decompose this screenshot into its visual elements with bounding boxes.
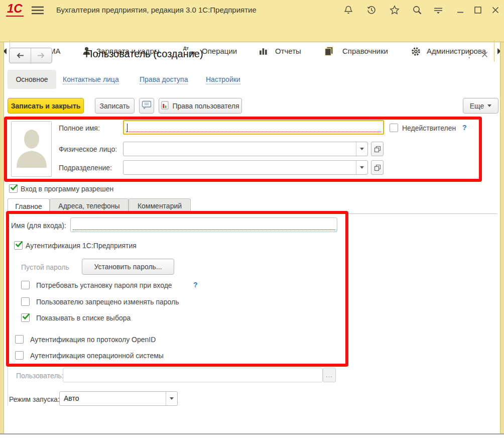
- more-label: Еще: [470, 102, 484, 110]
- empty-password-label: Пустой пароль: [21, 263, 69, 271]
- settings-menu-icon[interactable]: [433, 5, 444, 16]
- tab-pane-border-left: [8, 213, 8, 406]
- set-password-button[interactable]: Установить пароль...: [82, 259, 174, 275]
- openid-auth-label[interactable]: Аутентификация по протоколу OpenID: [30, 336, 156, 344]
- sections-panel: ОС и НМА Зарплата и кадры Дт Кт Операции…: [0, 20, 504, 42]
- auth-1c-checkbox[interactable]: [14, 241, 23, 250]
- os-auth-checkbox[interactable]: [15, 351, 24, 360]
- tab-settings[interactable]: Настройки: [206, 75, 240, 84]
- user-rights-button[interactable]: Права пользователя: [159, 98, 242, 114]
- run-mode-label: Режим запуска:: [9, 395, 60, 403]
- tab-addresses[interactable]: Адреса, телефоны: [50, 198, 129, 213]
- chevron-down-icon: [487, 104, 491, 107]
- tab-access-rights[interactable]: Права доступа: [140, 75, 188, 84]
- require-password-help-link[interactable]: ?: [193, 281, 198, 289]
- catalogs-icon: [324, 46, 334, 58]
- user-rights-label: Права пользователя: [172, 102, 239, 110]
- show-in-list-checkbox[interactable]: [21, 313, 30, 322]
- page-title: Пользователь (создание): [85, 48, 203, 60]
- save-button[interactable]: Записать: [95, 98, 135, 114]
- main-menu-icon[interactable]: [31, 6, 44, 17]
- close-icon[interactable]: [490, 5, 501, 16]
- login-name-label: Имя (для входа):: [11, 222, 66, 230]
- tab-main-label: Основное: [16, 75, 48, 83]
- 1c-logo: 1С: [6, 2, 24, 17]
- form-close-icon[interactable]: [481, 51, 488, 60]
- login-allowed-checkbox[interactable]: [9, 184, 18, 193]
- app-title: Бухгалтерия предприятия, редакция 3.0 1С…: [56, 6, 257, 14]
- os-user-label: Пользователь:: [16, 372, 64, 380]
- invalid-label[interactable]: Недействителен: [402, 124, 456, 132]
- tab-addresses-label: Адреса, телефоны: [58, 202, 119, 210]
- minimize-icon[interactable]: [455, 5, 466, 16]
- invalid-help-link[interactable]: ?: [462, 124, 467, 132]
- os-user-select-button[interactable]: ...: [323, 368, 336, 382]
- department-label: Подразделение:: [59, 164, 112, 172]
- comment-button[interactable]: [139, 98, 154, 114]
- bar-chart-icon: [259, 46, 268, 58]
- open-icon: [374, 164, 381, 171]
- avatar[interactable]: [11, 121, 52, 177]
- tab-glavnoe-label: Главное: [15, 202, 42, 210]
- window-left-edge: [0, 42, 4, 434]
- auth-1c-label[interactable]: Аутентификация 1С:Предприятия: [26, 242, 137, 250]
- full-name-label: Полное имя:: [59, 124, 100, 132]
- openid-auth-checkbox[interactable]: [15, 335, 24, 344]
- run-mode-value: Авто: [64, 394, 79, 402]
- history-nav-group: [9, 48, 52, 63]
- favorites-icon[interactable]: [389, 5, 400, 16]
- show-in-list-label[interactable]: Показывать в списке выбора: [36, 314, 131, 322]
- login-allowed-label[interactable]: Вход в программу разрешен: [21, 185, 113, 193]
- gear-icon: [411, 46, 421, 59]
- back-button[interactable]: [10, 48, 31, 63]
- tab-glavnoe[interactable]: Главное: [8, 198, 50, 214]
- comment-icon: [142, 100, 152, 111]
- department-open-button[interactable]: [371, 160, 384, 175]
- section-reports[interactable]: Отчеты: [275, 47, 301, 55]
- person-label: Физическое лицо:: [59, 145, 117, 153]
- login-name-input[interactable]: [70, 217, 337, 232]
- tab-comment[interactable]: Комментарий: [129, 198, 191, 213]
- forbid-password-change-label[interactable]: Пользователю запрещено изменять пароль: [36, 298, 179, 306]
- history-icon[interactable]: [366, 5, 377, 16]
- forbid-password-change-checkbox[interactable]: [21, 297, 30, 306]
- open-icon: [374, 146, 381, 153]
- os-auth-label[interactable]: Аутентификация операционной системы: [30, 352, 164, 360]
- forward-button[interactable]: [31, 48, 52, 63]
- department-dropdown-icon[interactable]: [356, 161, 367, 174]
- os-user-input[interactable]: [63, 368, 323, 382]
- form-kebab-menu-icon[interactable]: ⋮: [465, 49, 473, 60]
- window-right-edge: [500, 42, 504, 434]
- require-password-checkbox[interactable]: [21, 281, 30, 289]
- avatar-silhouette: [16, 129, 48, 169]
- person-open-button[interactable]: [371, 142, 384, 156]
- tab-comment-label: Комментарий: [138, 202, 182, 210]
- search-icon[interactable]: [412, 5, 423, 16]
- person-dropdown-icon[interactable]: [356, 142, 367, 156]
- save-and-close-button[interactable]: Записать и закрыть: [8, 98, 84, 114]
- titlebar: 1С Бухгалтерия предприятия, редакция 3.0…: [0, 0, 504, 20]
- section-operations[interactable]: Операции: [202, 47, 237, 55]
- more-button[interactable]: Еще: [463, 98, 498, 114]
- tab-contact-persons[interactable]: Контактные лица: [63, 75, 119, 84]
- department-combo[interactable]: [123, 160, 368, 175]
- run-mode-combo[interactable]: Авто: [59, 391, 178, 406]
- notifications-icon[interactable]: [343, 5, 354, 16]
- window-bottom-edge: [0, 433, 504, 434]
- section-catalogs[interactable]: Справочники: [342, 47, 388, 55]
- invalid-checkbox[interactable]: [390, 124, 398, 132]
- app-window: 1С Бухгалтерия предприятия, редакция 3.0…: [0, 0, 504, 438]
- text-caret: [127, 124, 128, 132]
- tab-main[interactable]: Основное: [8, 70, 56, 89]
- user-rights-icon: [161, 101, 169, 111]
- maximize-icon[interactable]: [472, 5, 483, 16]
- tab-pane-border: [8, 213, 497, 214]
- require-password-label[interactable]: Потребовать установку пароля при входе: [36, 281, 172, 289]
- full-name-input[interactable]: [123, 120, 384, 135]
- run-mode-dropdown-icon[interactable]: [166, 392, 177, 405]
- person-combo[interactable]: [123, 142, 368, 156]
